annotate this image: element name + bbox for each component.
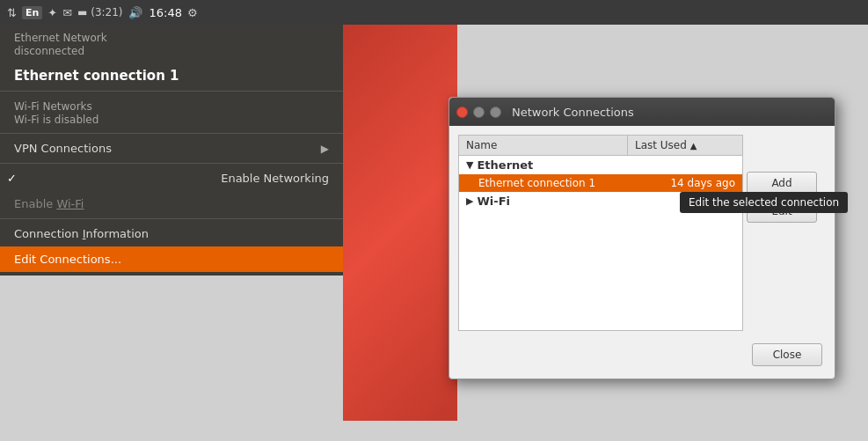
- dialog-footer: Close: [458, 338, 826, 370]
- wifi-group-label: Wi-Fi: [477, 195, 510, 208]
- sort-arrow-icon: ▲: [690, 141, 697, 151]
- battery-indicator[interactable]: ▬ (3:21): [77, 6, 122, 18]
- dialog-minimize-button[interactable]: [473, 107, 485, 118]
- dialog-body: Name Last Used ▲ ▼ Ethernet Ethernet con…: [449, 126, 835, 379]
- dialog-title: Network Connections: [512, 106, 634, 119]
- table-header: Name Last Used ▲: [458, 135, 743, 155]
- ethernet-connection-1-name: Ethernet connection 1: [478, 177, 670, 189]
- network-icon[interactable]: ⇅: [7, 6, 17, 19]
- ethernet-connection-1-row[interactable]: Ethernet connection 1 14 days ago: [459, 174, 742, 192]
- dialog-close-button[interactable]: [456, 107, 468, 118]
- dialog-titlebar: Network Connections: [449, 98, 835, 126]
- connections-table: ▼ Ethernet Ethernet connection 1 14 days…: [458, 155, 743, 331]
- ethernet-section-title: Ethernet Network: [14, 32, 329, 44]
- ethernet-group-label: Ethernet: [477, 158, 533, 172]
- ethernet-connection-1-date: 14 days ago: [670, 177, 735, 189]
- enable-networking-item[interactable]: Enable Networking: [0, 165, 343, 191]
- divider-3: [0, 163, 343, 164]
- ethernet-section: Ethernet Network disconnected: [0, 25, 343, 62]
- close-button[interactable]: Close: [752, 343, 822, 366]
- network-connections-dialog: Network Connections Name Last Used ▲ ▼ E…: [449, 97, 835, 379]
- dialog-maximize-button[interactable]: [490, 107, 501, 118]
- vpn-connections-item[interactable]: VPN Connections ▶: [0, 136, 343, 161]
- ethernet-group[interactable]: ▼ Ethernet: [459, 156, 742, 174]
- background-decoration: [343, 25, 457, 421]
- bluetooth-icon[interactable]: ✦: [47, 6, 57, 19]
- wifi-status: Wi-Fi is disabled: [14, 114, 329, 126]
- enable-wifi-label: Enable Wi-Fi: [14, 197, 84, 210]
- wifi-expand-icon: ▶: [466, 195, 473, 207]
- language-indicator[interactable]: En: [22, 6, 42, 19]
- mail-icon[interactable]: ✉: [62, 6, 72, 19]
- divider-4: [0, 218, 343, 219]
- arrow-icon: ▶: [321, 143, 329, 155]
- wifi-section-title: Wi-Fi Networks: [14, 100, 329, 113]
- ethernet-expand-icon: ▼: [466, 159, 473, 171]
- ethernet-connection-item[interactable]: Ethernet connection 1: [0, 62, 343, 89]
- dialog-left-panel: Name Last Used ▲ ▼ Ethernet Ethernet con…: [458, 135, 743, 331]
- dialog-inner: Name Last Used ▲ ▼ Ethernet Ethernet con…: [458, 135, 826, 331]
- volume-icon[interactable]: 🔊: [128, 6, 142, 19]
- topbar: ⇅ En ✦ ✉ ▬ (3:21) 🔊 16:48 ⚙: [0, 0, 868, 25]
- col-name: Name: [459, 136, 628, 155]
- network-dropdown-menu: Ethernet Network disconnected Ethernet c…: [0, 25, 343, 276]
- connection-information-item[interactable]: Connection Information: [0, 221, 343, 246]
- divider-1: [0, 91, 343, 92]
- settings-icon[interactable]: ⚙: [187, 6, 198, 19]
- wifi-section: Wi-Fi Networks Wi-Fi is disabled: [0, 93, 343, 131]
- enable-wifi-item[interactable]: Enable Wi-Fi: [0, 191, 343, 217]
- edit-connections-item[interactable]: Edit Connections...: [0, 246, 343, 272]
- col-last-used: Last Used ▲: [628, 136, 742, 155]
- edit-tooltip: Edit the selected connection: [680, 192, 848, 213]
- divider-2: [0, 133, 343, 134]
- clock: 16:48: [150, 6, 182, 19]
- ethernet-status: disconnected: [14, 45, 329, 57]
